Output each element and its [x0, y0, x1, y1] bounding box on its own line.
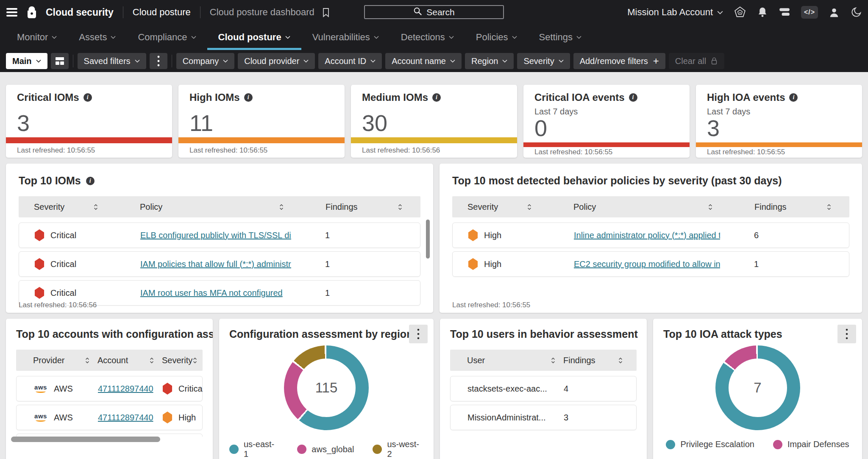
- legend-dot: [297, 445, 306, 454]
- dashboard-layout-button[interactable]: [51, 53, 69, 69]
- chat-icon[interactable]: [779, 7, 790, 17]
- filter-account-name[interactable]: Account name: [385, 53, 462, 69]
- legend-item[interactable]: us-east-1: [229, 440, 278, 459]
- sort-icon[interactable]: [85, 357, 90, 364]
- kpi-value: 3: [17, 111, 161, 134]
- info-icon[interactable]: i: [629, 93, 637, 102]
- global-search-input[interactable]: Search: [364, 5, 504, 19]
- last-refreshed: Last refreshed: 10:56:55: [707, 147, 851, 158]
- table-body: awsAWS 471112897440 Critical awsAWS 4711…: [16, 371, 203, 437]
- divider: [123, 6, 123, 18]
- donut-center-total: 7: [754, 380, 761, 396]
- filter-region[interactable]: Region: [465, 53, 514, 69]
- kebab-menu-icon: [157, 56, 160, 67]
- user-profile-icon[interactable]: [829, 7, 840, 18]
- sort-icon[interactable]: [551, 357, 556, 364]
- tab-assets[interactable]: Assets: [68, 25, 127, 50]
- crowdscore-icon[interactable]: [734, 6, 746, 19]
- chevron-down-icon: [449, 36, 454, 39]
- filter-severity[interactable]: Severity: [517, 53, 570, 69]
- tab-settings[interactable]: Settings: [528, 25, 593, 50]
- view-selector-dropdown[interactable]: Main: [6, 53, 47, 69]
- info-icon[interactable]: i: [244, 93, 253, 102]
- tab-policies[interactable]: Policies: [465, 25, 528, 50]
- severity-hexagon-icon: [34, 287, 45, 299]
- filter-cloud-provider[interactable]: Cloud provider: [238, 53, 315, 69]
- sort-icon[interactable]: [826, 203, 832, 211]
- policy-link[interactable]: IAM policies that allow full (*:*) admin…: [140, 259, 291, 269]
- breadcrumb-section[interactable]: Cloud posture: [133, 7, 191, 18]
- chevron-down-icon: [191, 36, 196, 39]
- api-code-icon[interactable]: </>: [801, 6, 818, 19]
- findings-count: 1: [325, 288, 410, 298]
- table-row: High EC2 security group modified to allo…: [452, 251, 849, 277]
- tab-detections[interactable]: Detections: [390, 25, 465, 50]
- legend-item[interactable]: Impair Defenses: [773, 440, 849, 449]
- aws-provider-icon: aws: [33, 413, 48, 422]
- policy-link[interactable]: ELB configured publicly with TLS/SSL dis…: [140, 231, 291, 240]
- card-options-button[interactable]: [837, 325, 856, 343]
- filter-more-options-button[interactable]: [150, 53, 167, 69]
- filter-company[interactable]: Company: [176, 53, 235, 69]
- add-remove-filters-button[interactable]: Add/remove filters +: [573, 53, 665, 69]
- tab-cloud-posture[interactable]: Cloud posture: [207, 25, 301, 50]
- notifications-bell-icon[interactable]: [757, 6, 768, 18]
- sort-icon[interactable]: [149, 357, 154, 364]
- kpi-value: 0: [534, 117, 679, 139]
- severity-color-bar: [6, 137, 172, 143]
- card-options-button[interactable]: [409, 325, 428, 343]
- severity-hexagon-icon: [162, 383, 172, 395]
- policy-link[interactable]: IAM root user has MFA not configured: [140, 288, 291, 298]
- vertical-scrollbar-thumb[interactable]: [426, 220, 430, 259]
- legend-item[interactable]: us-west-2: [373, 440, 423, 459]
- chevron-down-icon: [374, 36, 379, 39]
- policy-link[interactable]: EC2 security group modified to allow ing…: [574, 259, 720, 269]
- kpi-card-critical-ioa-events: Critical IOA eventsi Last 7 days 0 Last …: [523, 85, 690, 158]
- sort-icon[interactable]: [618, 357, 623, 364]
- horizontal-scrollbar-thumb[interactable]: [11, 437, 160, 442]
- chevron-down-icon: [370, 59, 376, 63]
- dark-mode-moon-icon[interactable]: [850, 6, 862, 18]
- chevron-down-icon: [36, 59, 41, 63]
- legend-item[interactable]: aws_global: [297, 440, 354, 459]
- cloud-security-logo-icon: [25, 6, 38, 19]
- info-icon[interactable]: i: [789, 93, 798, 102]
- kpi-card-critical-ioms: Critical IOMsi 3 Last refreshed: 10:56:5…: [6, 85, 172, 158]
- hamburger-menu-button[interactable]: [6, 8, 18, 17]
- chevron-down-icon: [717, 11, 723, 14]
- table-row: awsAWS 471112897440 Medium: [16, 434, 203, 437]
- account-link[interactable]: 471112897440: [98, 413, 162, 423]
- kpi-subtitle: Last 7 days: [707, 107, 851, 117]
- info-icon[interactable]: i: [83, 93, 92, 102]
- tab-vulnerabilities[interactable]: Vulnerabilities: [301, 25, 390, 50]
- kpi-value: 3: [707, 117, 851, 139]
- table-row: stacksets-exec-aac... 4: [450, 376, 637, 401]
- top-10-accounts-card: Top 10 accounts with configuration asses…: [6, 319, 213, 459]
- account-link[interactable]: 471112897440: [98, 384, 162, 394]
- account-selector[interactable]: Mission Lab Account: [627, 7, 723, 18]
- sort-icon[interactable]: [93, 203, 98, 211]
- chevron-down-icon: [285, 36, 290, 39]
- sort-icon[interactable]: [398, 203, 403, 211]
- last-refreshed: Last refreshed: 10:56:56: [362, 143, 506, 158]
- severity-color-bar: [178, 137, 345, 143]
- info-icon[interactable]: i: [86, 177, 95, 185]
- search-placeholder: Search: [426, 7, 455, 17]
- divider: [172, 55, 172, 67]
- bookmark-icon[interactable]: [322, 8, 330, 17]
- sort-icon[interactable]: [279, 203, 284, 211]
- legend-item[interactable]: Privilege Escalation: [666, 440, 754, 449]
- sort-icon[interactable]: [527, 203, 532, 211]
- saved-filters-dropdown[interactable]: Saved filters: [78, 53, 146, 69]
- policy-link[interactable]: Inline administrator policy (*:*) applie…: [574, 231, 720, 240]
- clear-all-filters-button[interactable]: Clear all: [669, 53, 724, 69]
- tab-monitor[interactable]: Monitor: [6, 25, 68, 50]
- info-icon[interactable]: i: [432, 93, 441, 102]
- tab-compliance[interactable]: Compliance: [127, 25, 207, 50]
- sort-icon[interactable]: [708, 203, 713, 211]
- sort-icon[interactable]: [192, 357, 198, 364]
- filter-account-id[interactable]: Account ID: [318, 53, 382, 69]
- kpi-card-high-ioa-events: High IOA eventsi Last 7 days 3 Last refr…: [696, 85, 862, 158]
- header: Cloud security Cloud posture Cloud postu…: [0, 0, 868, 72]
- lock-icon: [710, 57, 718, 65]
